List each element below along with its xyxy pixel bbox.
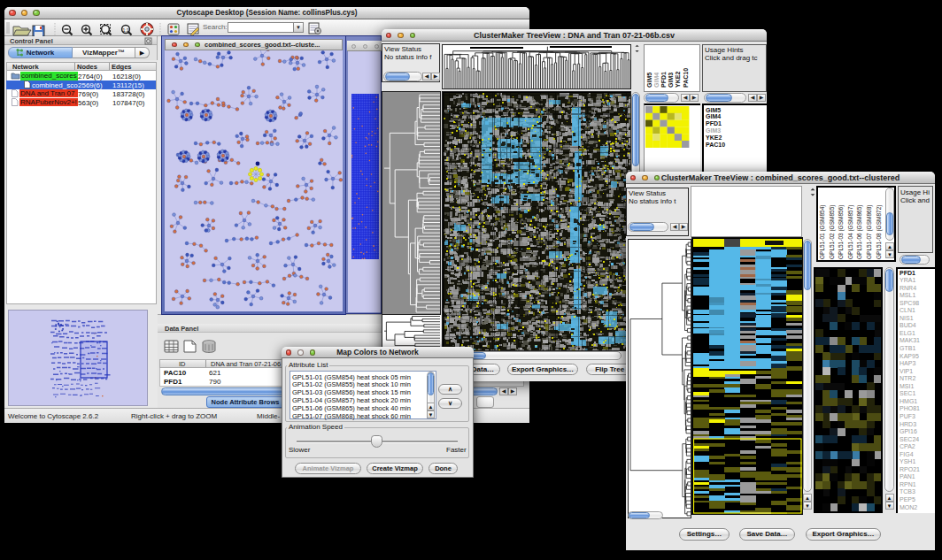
svg-text:GIM4: GIM4 — [653, 73, 660, 88]
svg-text:PFD1: PFD1 — [660, 72, 667, 88]
svg-text:GPL51-03 (GSM856): GPL51-03 (GSM856) — [838, 205, 845, 259]
svg-text:GPL51-04 (GSM857): GPL51-04 (GSM857) — [847, 205, 854, 259]
svg-text:1:1: 1:1 — [123, 27, 129, 32]
svg-text:GIM3: GIM3 — [668, 73, 674, 88]
svg-text:GPL51-06 (GSM865): GPL51-06 (GSM865) — [856, 205, 863, 259]
svg-text:PAC10: PAC10 — [683, 68, 689, 88]
svg-text:GPL51-08 (GSM872): GPL51-08 (GSM872) — [876, 205, 883, 259]
svg-text:GIM5: GIM5 — [646, 73, 652, 88]
svg-text:YKE2: YKE2 — [675, 72, 681, 88]
svg-text:GPL51-07 (GSM868): GPL51-07 (GSM868) — [866, 205, 873, 259]
svg-text:GPL51-01 (GSM854): GPL51-01 (GSM854) — [819, 205, 826, 259]
svg-text:GPL51-02 (GSM855): GPL51-02 (GSM855) — [829, 205, 836, 259]
